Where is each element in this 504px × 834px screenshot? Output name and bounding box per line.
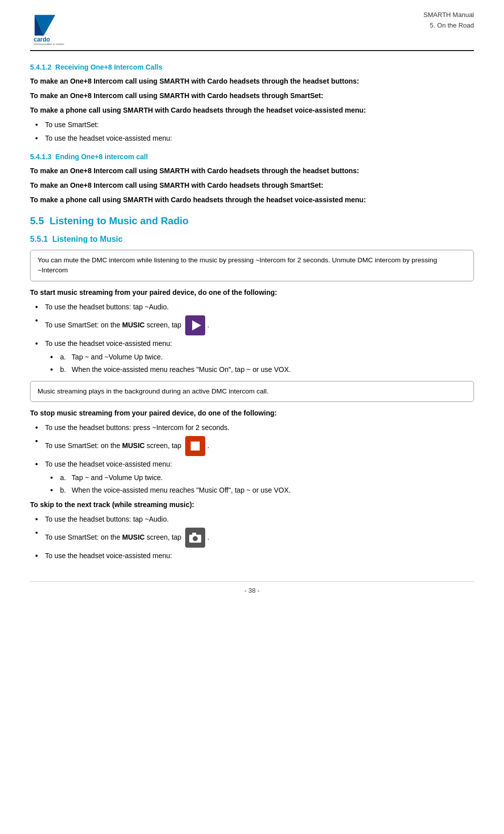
section-5412-heading: 5.4.1.2 Receiving One+8 Intercom Calls	[30, 63, 474, 71]
stop-streaming-heading: To stop music streaming from your paired…	[30, 408, 474, 419]
list-item: To use SmartSet: on the MUSIC screen, ta…	[45, 436, 474, 456]
list-item: To use the headset voice-assisted menu:	[45, 551, 474, 561]
section-5412: 5.4.1.2 Receiving One+8 Intercom Calls T…	[30, 63, 474, 144]
sub-list-item-b: b. When the voice-assisted menu reaches …	[60, 485, 474, 496]
note-box-2: Music streaming plays in the background …	[30, 381, 474, 402]
start-bullet-list: To use the headset buttons: tap ~Audio. …	[45, 302, 474, 375]
list-item: To use the headset voice-assisted menu:	[45, 459, 474, 470]
sub-list-item-b: b. When the voice-assisted menu reaches …	[60, 364, 474, 375]
start-streaming-heading: To start music streaming from your paire…	[30, 287, 474, 298]
cardo-logo: cardo communication in motion	[30, 10, 85, 45]
list-item: To use SmartSet:	[45, 120, 474, 130]
list-item: To use the headset buttons: tap ~Audio.	[45, 514, 474, 525]
list-item: To use the headset buttons: tap ~Audio.	[45, 302, 474, 312]
section-5413: 5.4.1.3 Ending One+8 intercom call To ma…	[30, 153, 474, 205]
page-number: - 38 -	[244, 587, 259, 594]
header-title: SMARTH Manual 5. On the Road	[423, 10, 474, 31]
s5412-bold2: To make an One+8 Intercom call using SMA…	[30, 91, 474, 101]
s5413-bold1: To make an One+8 Intercom call using SMA…	[30, 166, 474, 176]
svg-rect-7	[191, 442, 200, 451]
list-item: To use the headset buttons: press ~Inter…	[45, 423, 474, 433]
stop-icon	[185, 436, 205, 456]
note-box-1: You can mute the DMC intercom while list…	[30, 250, 474, 281]
sub-list-item-a: a. Tap ~ and ~Volume Up twice.	[60, 352, 474, 362]
section-551: 5.5.1 Listening to Music You can mute th…	[30, 235, 474, 561]
svg-point-10	[193, 536, 198, 541]
s5412-bold1: To make an One+8 Intercom call using SMA…	[30, 76, 474, 87]
skip-icon	[185, 528, 205, 548]
list-item: To use the headset voice-assisted menu:	[45, 133, 474, 144]
svg-text:communication in motion: communication in motion	[34, 43, 64, 45]
play-icon	[185, 315, 205, 335]
section-5413-heading: 5.4.1.3 Ending One+8 intercom call	[30, 153, 474, 161]
stop-bullet-list: To use the headset buttons: press ~Inter…	[45, 423, 474, 496]
list-item: To use SmartSet: on the MUSIC screen, ta…	[45, 315, 474, 335]
skip-bullet-list: To use the headset buttons: tap ~Audio. …	[45, 514, 474, 561]
section-551-heading: 5.5.1 Listening to Music	[30, 235, 474, 244]
s5413-bold2: To make an One+8 Intercom call using SMA…	[30, 180, 474, 191]
logo: cardo communication in motion	[30, 10, 85, 45]
s5413-bold3: To make a phone call using SMARTH with C…	[30, 195, 474, 205]
list-item: To use the headset voice-assisted menu:	[45, 338, 474, 349]
section-55: 5.5 Listening to Music and Radio	[30, 215, 474, 227]
s5412-bold3: To make a phone call using SMARTH with C…	[30, 105, 474, 116]
svg-text:cardo: cardo	[34, 36, 50, 43]
section-55-heading: 5.5 Listening to Music and Radio	[30, 215, 474, 227]
sub-list-item-a: a. Tap ~ and ~Volume Up twice.	[60, 473, 474, 483]
page-header: cardo communication in motion SMARTH Man…	[30, 10, 474, 51]
svg-rect-11	[192, 533, 196, 535]
stop-sub-list: a. Tap ~ and ~Volume Up twice. b. When t…	[60, 473, 474, 496]
skip-track-heading: To skip to the next track (while streami…	[30, 500, 474, 510]
start-sub-list: a. Tap ~ and ~Volume Up twice. b. When t…	[60, 352, 474, 375]
page-footer: - 38 -	[30, 581, 474, 594]
list-item: To use SmartSet: on the MUSIC screen, ta…	[45, 528, 474, 548]
s5412-bullet-list: To use SmartSet: To use the headset voic…	[45, 120, 474, 144]
